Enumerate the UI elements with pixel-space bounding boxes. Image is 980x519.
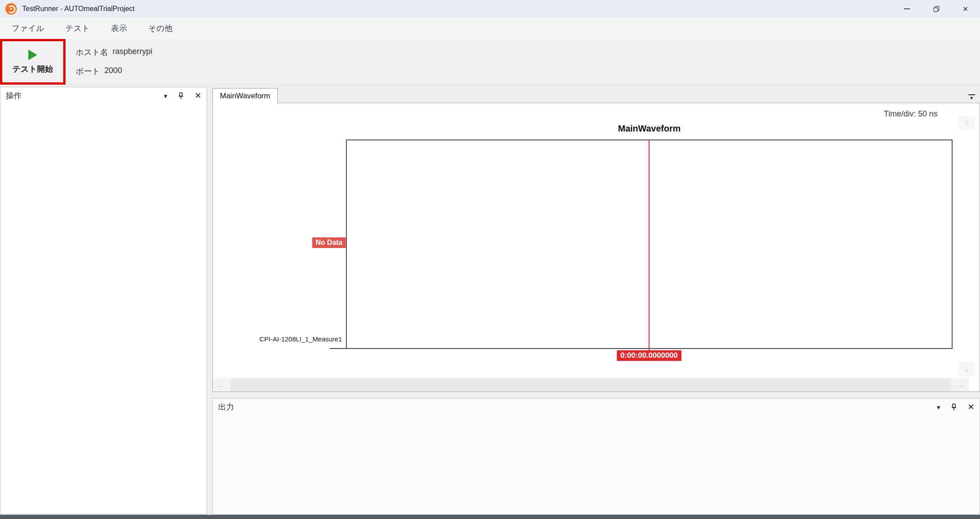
no-data-badge: No Data xyxy=(312,237,346,248)
tab-list-menu-button[interactable]: ▾ xyxy=(968,94,976,100)
output-panel-title: 出力 xyxy=(218,402,234,412)
horizontal-scrollbar[interactable]: ← → xyxy=(213,378,969,391)
menu-file[interactable]: ファイル xyxy=(1,18,55,39)
operation-panel-body xyxy=(0,104,207,514)
connection-fields: ホスト名 raspberrypi ポート 2000 xyxy=(66,39,152,85)
start-test-label: テスト開始 xyxy=(12,64,53,74)
waveform-tabstrip: MainWaveform ▾ xyxy=(212,87,980,103)
waveform-chart-title: MainWaveform xyxy=(346,124,953,134)
output-panel-icons: ▾ ✕ xyxy=(937,403,974,411)
window-title: TestRunner - AUTOmealTrialProject xyxy=(22,5,135,13)
operation-panel-icons: ▾ ✕ xyxy=(164,92,201,100)
chevron-down-icon[interactable]: ▾ xyxy=(937,404,940,411)
play-icon xyxy=(28,50,37,60)
scroll-left-button[interactable]: ← xyxy=(213,378,231,391)
waveform-viewport: Time/div: 50 ns MainWaveform No Data CPI… xyxy=(212,103,980,392)
operation-panel-title: 操作 xyxy=(6,90,22,101)
time-per-div-label: Time/div: 50 ns xyxy=(884,109,938,119)
app-window: TestRunner - AUTOmealTrialProject ✕ ファイル… xyxy=(0,0,980,519)
cursor-timestamp-badge: 0:00:00.0000000 xyxy=(617,350,681,361)
output-panel-header: 出力 ▾ ✕ xyxy=(213,399,980,415)
port-value[interactable]: 2000 xyxy=(104,66,122,77)
dock-splitter-horizontal[interactable] xyxy=(212,392,980,398)
scroll-right-button[interactable]: → xyxy=(951,378,969,391)
close-window-icon: ✕ xyxy=(962,5,968,13)
minimize-icon xyxy=(904,8,910,9)
scroll-down-button[interactable]: ↓ xyxy=(958,362,975,376)
tab-list-menu-arrow-icon: ▾ xyxy=(970,96,973,100)
scroll-up-icon: ↑ xyxy=(965,118,969,128)
host-field: ホスト名 raspberrypi xyxy=(76,47,152,58)
tab-mainwaveform[interactable]: MainWaveform xyxy=(212,88,278,103)
pin-icon[interactable] xyxy=(178,92,184,100)
scroll-left-icon: ← xyxy=(218,380,226,390)
window-bottom-edge xyxy=(0,515,980,519)
port-label: ポート xyxy=(76,66,100,77)
pin-icon[interactable] xyxy=(951,403,957,411)
scroll-up-button[interactable]: ↑ xyxy=(958,116,975,130)
output-panel-body xyxy=(213,415,980,514)
minimize-button[interactable] xyxy=(892,0,922,18)
titlebar: TestRunner - AUTOmealTrialProject ✕ xyxy=(0,0,980,18)
waveform-dock: MainWaveform ▾ Time/div: 50 ns MainWavef… xyxy=(212,87,980,392)
restore-button[interactable] xyxy=(922,0,951,18)
menu-view[interactable]: 表示 xyxy=(100,18,138,39)
menu-test[interactable]: テスト xyxy=(55,18,100,39)
main-area: MainWaveform ▾ Time/div: 50 ns MainWavef… xyxy=(212,87,980,515)
window-controls: ✕ xyxy=(892,0,980,18)
scroll-right-icon: → xyxy=(956,380,964,390)
time-cursor-line[interactable] xyxy=(649,140,649,352)
close-icon[interactable]: ✕ xyxy=(195,92,201,100)
app-logo-icon xyxy=(5,3,17,15)
chevron-down-icon[interactable]: ▾ xyxy=(164,93,167,99)
horizontal-scrollbar-track[interactable] xyxy=(231,378,951,391)
operation-panel-header: 操作 ▾ ✕ xyxy=(0,87,207,104)
dock-splitter[interactable] xyxy=(207,87,212,515)
operation-panel: 操作 ▾ ✕ xyxy=(0,87,207,515)
toolbar: テスト開始 ホスト名 raspberrypi ポート 2000 xyxy=(0,39,980,85)
host-value[interactable]: raspberrypi xyxy=(112,47,152,58)
menubar: ファイル テスト 表示 その他 xyxy=(0,18,980,39)
output-panel: 出力 ▾ ✕ xyxy=(212,398,980,515)
close-icon[interactable]: ✕ xyxy=(968,403,974,411)
close-window-button[interactable]: ✕ xyxy=(951,0,980,18)
restore-icon xyxy=(933,6,940,12)
start-test-button[interactable]: テスト開始 xyxy=(0,39,65,85)
port-field: ポート 2000 xyxy=(76,66,152,77)
scroll-down-icon: ↓ xyxy=(965,365,969,374)
dock-area: 操作 ▾ ✕ MainWaveform xyxy=(0,85,980,515)
plot-axis-extension xyxy=(330,348,346,349)
host-label: ホスト名 xyxy=(76,47,108,58)
menu-others[interactable]: その他 xyxy=(138,18,183,39)
channel-name-label: CPI-AI-1208LI_1_Measure1 xyxy=(213,335,342,343)
